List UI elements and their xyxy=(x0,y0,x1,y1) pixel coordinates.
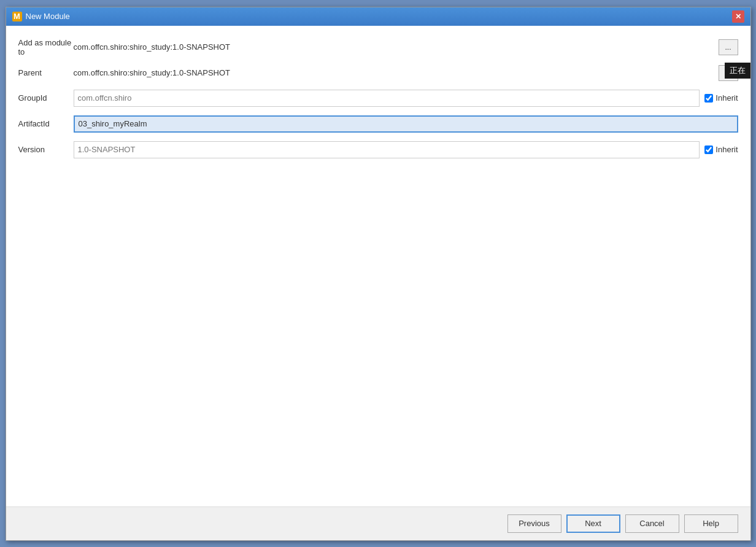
add-as-module-label: Add as module to xyxy=(18,38,74,56)
artifactid-input[interactable] xyxy=(74,115,738,133)
body-spacer xyxy=(18,158,738,494)
help-button[interactable]: Help xyxy=(684,514,738,533)
version-row: Version Inherit xyxy=(18,141,738,158)
dialog-body: Add as module to com.offcn.shiro:shiro_s… xyxy=(6,26,750,506)
groupid-label: GroupId xyxy=(18,93,74,103)
next-button[interactable]: Next xyxy=(566,514,620,533)
groupid-inherit-checkbox[interactable] xyxy=(704,94,713,103)
tooltip-overlay: 正在 xyxy=(725,63,750,79)
new-module-dialog: M New Module ✕ Add as module to com.offc… xyxy=(6,7,751,541)
version-input[interactable] xyxy=(74,141,700,158)
button-bar: Previous Next Cancel Help xyxy=(6,506,750,540)
groupid-inherit-text: Inherit xyxy=(716,93,738,103)
dialog-title: New Module xyxy=(26,12,70,21)
add-as-module-value: com.offcn.shiro:shiro_study:1.0-SNAPSHOT xyxy=(74,42,714,52)
form-section: Add as module to com.offcn.shiro:shiro_s… xyxy=(18,38,738,158)
groupid-inherit-label: Inherit xyxy=(704,93,738,103)
version-inherit-checkbox[interactable] xyxy=(704,145,713,154)
parent-value: com.offcn.shiro:shiro_study:1.0-SNAPSHOT xyxy=(74,68,714,77)
close-button[interactable]: ✕ xyxy=(732,10,744,23)
add-as-module-ellipsis-button[interactable]: ... xyxy=(719,39,738,55)
parent-row: Parent com.offcn.shiro:shiro_study:1.0-S… xyxy=(18,65,738,81)
version-inherit-label: Inherit xyxy=(704,145,738,154)
groupid-input[interactable] xyxy=(74,90,700,107)
add-as-module-row: Add as module to com.offcn.shiro:shiro_s… xyxy=(18,38,738,56)
dialog-icon: M xyxy=(12,12,22,21)
artifactid-label: ArtifactId xyxy=(18,119,74,128)
groupid-row: GroupId Inherit xyxy=(18,90,738,107)
tooltip-text: 正在 xyxy=(730,66,746,75)
title-bar: M New Module ✕ xyxy=(6,7,750,26)
cancel-button[interactable]: Cancel xyxy=(625,514,679,533)
version-inherit-text: Inherit xyxy=(716,145,738,154)
previous-button[interactable]: Previous xyxy=(507,514,561,533)
version-label: Version xyxy=(18,145,74,154)
artifactid-row: ArtifactId xyxy=(18,115,738,133)
title-bar-left: M New Module xyxy=(12,12,70,21)
parent-label: Parent xyxy=(18,68,74,77)
